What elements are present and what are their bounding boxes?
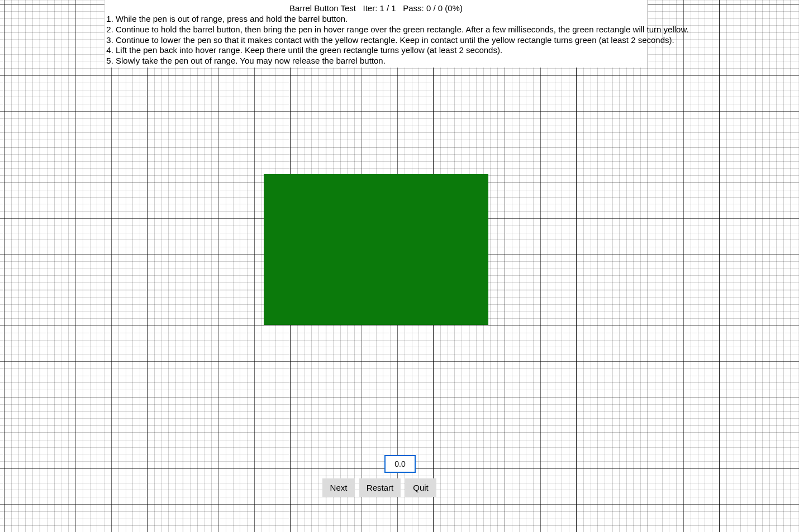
- instructions-list: While the pen is out of range, press and…: [104, 14, 648, 66]
- test-title: Barrel Button Test Iter: 1 / 1 Pass: 0 /…: [104, 0, 648, 13]
- instruction-step: Continue to lower the pen so that it mak…: [116, 35, 648, 46]
- pressure-readout: 0.0: [384, 455, 416, 473]
- quit-button[interactable]: Quit: [405, 478, 436, 497]
- instruction-step: While the pen is out of range, press and…: [116, 14, 648, 25]
- next-button[interactable]: Next: [322, 478, 355, 497]
- instruction-step: Continue to hold the barrel button, then…: [116, 25, 648, 35]
- target-rectangle[interactable]: [264, 174, 488, 325]
- instruction-step: Slowly take the pen out of range. You ma…: [116, 56, 648, 66]
- restart-button[interactable]: Restart: [359, 478, 401, 497]
- header-panel: Barrel Button Test Iter: 1 / 1 Pass: 0 /…: [104, 0, 648, 68]
- instruction-step: Lift the pen back into hover range. Keep…: [116, 45, 648, 56]
- button-bar: Next Restart Quit: [322, 478, 436, 497]
